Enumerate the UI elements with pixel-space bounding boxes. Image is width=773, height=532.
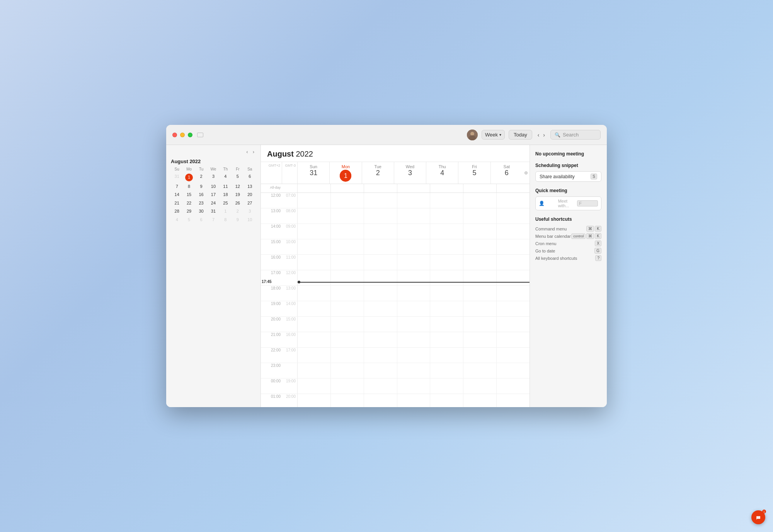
cell-sun-2200[interactable] (298, 348, 331, 363)
mini-day-19[interactable]: 19 (232, 191, 243, 199)
minimize-button[interactable] (180, 133, 185, 137)
cell-mon-1500[interactable] (331, 239, 364, 254)
cell-sat-2300[interactable] (497, 363, 530, 378)
day-header-wed[interactable]: Wed 3 (394, 162, 426, 184)
mini-day-10[interactable]: 10 (207, 182, 219, 191)
search-box[interactable]: 🔍 Search (550, 130, 601, 140)
cell-wed-1800[interactable] (397, 286, 431, 301)
cell-sun-1900[interactable] (298, 301, 331, 316)
cell-mon-1900[interactable] (331, 301, 364, 316)
cell-thu-1500[interactable] (430, 239, 463, 254)
mini-day-3[interactable]: 3 (207, 172, 219, 182)
more-options-icon[interactable]: ⊕ (523, 162, 530, 184)
day-header-mon[interactable]: Mon 1 (330, 162, 362, 184)
mini-day-6[interactable]: 6 (244, 172, 256, 182)
cell-mon-1300[interactable] (331, 208, 364, 223)
mini-day-11[interactable]: 11 (220, 182, 232, 191)
all-day-cell-sun[interactable] (298, 184, 331, 193)
cell-fri-2200[interactable] (463, 348, 497, 363)
cell-fri-2000[interactable] (463, 317, 497, 332)
cell-tue-2200[interactable] (364, 348, 397, 363)
cell-tue-1900[interactable] (364, 301, 397, 316)
mini-day-7[interactable]: 7 (171, 182, 183, 191)
cal-body[interactable]: 12:00 07:00 13:00 08:00 (261, 193, 530, 407)
mini-day-31[interactable]: 31 (207, 207, 219, 215)
cell-wed-2300[interactable] (397, 363, 431, 378)
cell-sun-1700[interactable] (298, 270, 331, 285)
cell-mon-2100[interactable] (331, 332, 364, 347)
mini-day-7-next[interactable]: 7 (207, 216, 219, 224)
sidebar-prev[interactable]: ‹ (245, 148, 249, 155)
mini-day-29[interactable]: 29 (183, 207, 195, 215)
mini-day-1-next[interactable]: 1 (220, 207, 232, 215)
cell-sat-1600[interactable] (497, 255, 530, 270)
cell-sun-1200[interactable] (298, 193, 331, 208)
cell-thu-0100[interactable] (430, 394, 463, 407)
mini-day-12[interactable]: 12 (232, 182, 243, 191)
cell-wed-1900[interactable] (397, 301, 431, 316)
cell-mon-1600[interactable] (331, 255, 364, 270)
mini-day-30[interactable]: 30 (195, 207, 207, 215)
cell-wed-2000[interactable] (397, 317, 431, 332)
cell-tue-1700[interactable] (364, 270, 397, 285)
cell-sun-1600[interactable] (298, 255, 331, 270)
cell-tue-0000[interactable] (364, 379, 397, 394)
cell-fri-1500[interactable] (463, 239, 497, 254)
all-day-cell-sat[interactable] (497, 184, 530, 193)
cell-thu-1400[interactable] (430, 224, 463, 239)
cell-wed-0000[interactable] (397, 379, 431, 394)
cell-sun-1300[interactable] (298, 208, 331, 223)
cell-tue-2000[interactable] (364, 317, 397, 332)
mini-day-4-next[interactable]: 4 (171, 216, 183, 224)
cell-fri-2100[interactable] (463, 332, 497, 347)
all-day-cell-fri[interactable] (463, 184, 497, 193)
all-day-cell-thu[interactable] (430, 184, 463, 193)
all-day-cell-tue[interactable] (364, 184, 397, 193)
cell-mon-1200[interactable] (331, 193, 364, 208)
cell-sat-2100[interactable] (497, 332, 530, 347)
cell-thu-1600[interactable] (430, 255, 463, 270)
cell-mon-0100[interactable] (331, 394, 364, 407)
cell-sat-2000[interactable] (497, 317, 530, 332)
cell-tue-2100[interactable] (364, 332, 397, 347)
cell-mon-1400[interactable] (331, 224, 364, 239)
all-day-cell-mon[interactable] (331, 184, 364, 193)
cell-mon-2000[interactable] (331, 317, 364, 332)
cell-thu-1900[interactable] (430, 301, 463, 316)
cell-sun-2000[interactable] (298, 317, 331, 332)
maximize-button[interactable] (188, 133, 192, 137)
day-header-fri[interactable]: Fri 5 (458, 162, 490, 184)
cell-mon-1700[interactable] (331, 270, 364, 285)
next-arrow[interactable]: › (541, 131, 547, 139)
cell-sat-0100[interactable] (497, 394, 530, 407)
cell-sun-0000[interactable] (298, 379, 331, 394)
cell-fri-1900[interactable] (463, 301, 497, 316)
cell-thu-1300[interactable] (430, 208, 463, 223)
share-availability-button[interactable]: Share availability S (535, 171, 601, 182)
mini-day-2-next[interactable]: 2 (232, 207, 243, 215)
mini-day-31-prev[interactable]: 31 (171, 172, 183, 182)
cell-sun-2100[interactable] (298, 332, 331, 347)
mini-day-3-next[interactable]: 3 (244, 207, 256, 215)
mini-day-4[interactable]: 4 (220, 172, 232, 182)
mini-day-17[interactable]: 17 (207, 191, 219, 199)
cell-tue-0100[interactable] (364, 394, 397, 407)
cell-mon-0000[interactable] (331, 379, 364, 394)
cell-sat-1800[interactable] (497, 286, 530, 301)
cell-fri-2300[interactable] (463, 363, 497, 378)
view-selector[interactable]: Week ▾ (482, 130, 505, 140)
mini-day-8[interactable]: 8 (183, 182, 195, 191)
cell-sat-1700[interactable] (497, 270, 530, 285)
sidebar-next[interactable]: › (251, 148, 256, 155)
cell-sat-1500[interactable] (497, 239, 530, 254)
cell-fri-1200[interactable] (463, 193, 497, 208)
cell-thu-2000[interactable] (430, 317, 463, 332)
cell-wed-0100[interactable] (397, 394, 431, 407)
cell-tue-1400[interactable] (364, 224, 397, 239)
cell-sat-1200[interactable] (497, 193, 530, 208)
mini-day-25[interactable]: 25 (220, 199, 232, 207)
cell-tue-1300[interactable] (364, 208, 397, 223)
mini-day-1[interactable]: 1 (183, 172, 195, 182)
today-button[interactable]: Today (509, 130, 532, 140)
cell-fri-1700[interactable] (463, 270, 497, 285)
